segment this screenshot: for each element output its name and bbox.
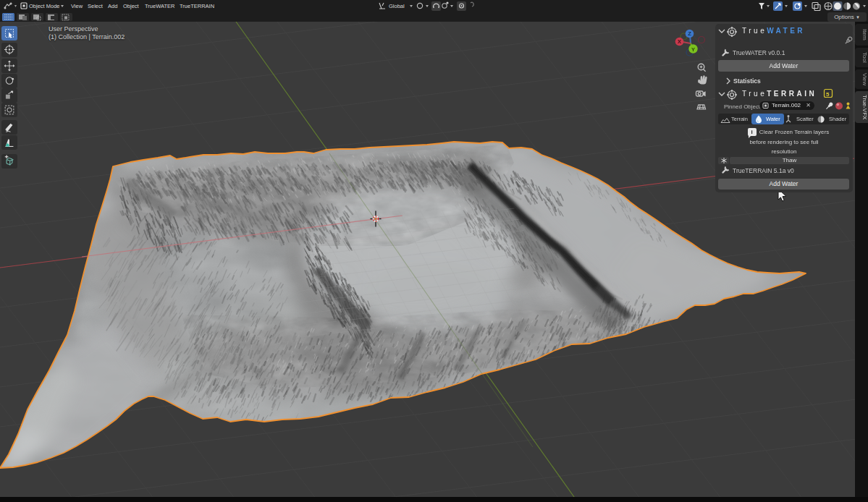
svg-text:Y: Y <box>691 46 695 53</box>
svg-text:X: X <box>678 38 681 45</box>
svg-text:Z: Z <box>688 30 691 37</box>
